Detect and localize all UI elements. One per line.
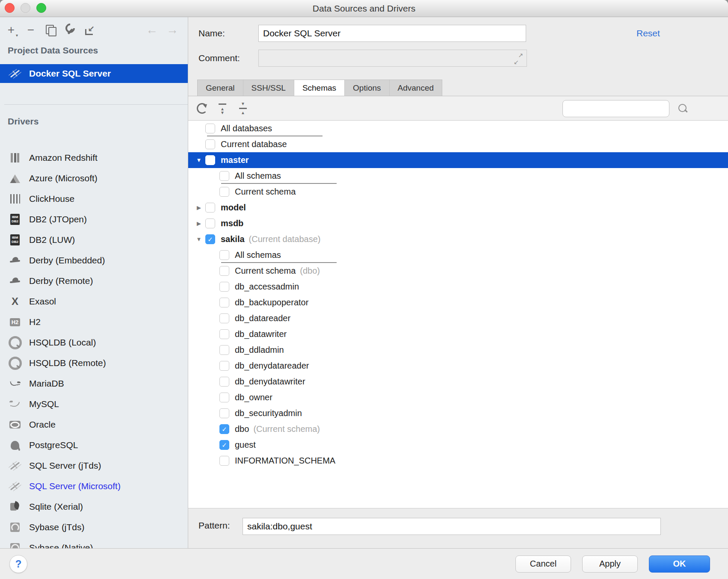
tree-row-msdb[interactable]: ▶msdb [188,216,728,231]
tab-ssh-ssl[interactable]: SSH/SSL [243,80,294,96]
checkbox-unchecked[interactable] [219,187,229,197]
tree-row-dbo[interactable]: dbo(Current schema) [188,421,728,437]
driver-item-hsqldb-local[interactable]: HSQLDB (Local) [0,332,188,353]
pattern-input[interactable] [243,518,661,535]
driver-item-sql-server-jtds[interactable]: SQL Server (jTds) [0,455,188,476]
collapse-node-icon[interactable]: ▼ [192,236,205,242]
close-button[interactable] [5,3,15,13]
checkbox-unchecked[interactable] [219,282,229,292]
tree-row-all-databases[interactable]: All databases [188,121,728,136]
tree-row-db-accessadmin[interactable]: db_accessadmin [188,279,728,295]
driver-item-sybase-jtds[interactable]: Sybase (jTds) [0,517,188,538]
driver-item-hsqldb-remote[interactable]: HSQLDB (Remote) [0,353,188,373]
driver-item-h2[interactable]: H2 [0,312,188,332]
help-button[interactable]: ? [9,555,27,573]
driver-item-amazon-redshift[interactable]: Amazon Redshift [0,148,188,168]
checkbox-unchecked[interactable] [219,313,229,323]
tree-row-information-schema[interactable]: INFORMATION_SCHEMA [188,453,728,469]
name-input[interactable] [258,25,526,42]
duplicate-button[interactable] [43,22,58,38]
tab-general[interactable]: General [198,80,243,96]
sidebar-item-docker-sql-server[interactable]: Docker SQL Server [0,64,188,83]
tab-advanced[interactable]: Advanced [390,80,442,96]
tab-schemas[interactable]: Schemas [294,80,345,96]
tree-row-current-schema[interactable]: Current schema(dbo) [188,263,728,279]
driver-item-derby-remote[interactable]: Derby (Remote) [0,271,188,291]
driver-item-mariadb[interactable]: MariaDB [0,373,188,394]
zoom-button[interactable] [36,3,46,13]
checkbox-checked[interactable] [219,424,229,434]
refresh-icon[interactable] [194,100,210,116]
ok-button[interactable]: OK [649,555,710,573]
tree-row-db-datawriter[interactable]: db_datawriter [188,326,728,342]
driver-label: Oracle [29,419,56,430]
import-button[interactable] [82,22,98,38]
forward-arrow-icon[interactable]: → [166,24,178,36]
driver-settings-button[interactable] [62,22,78,38]
driver-item-clickhouse[interactable]: ClickHouse [0,189,188,209]
expand-node-icon[interactable]: ▶ [192,220,205,227]
checkbox-checked[interactable] [219,440,229,450]
driver-item-derby-embedded[interactable]: Derby (Embedded) [0,250,188,271]
driver-item-db2-luw[interactable]: DB2 (LUW) [0,230,188,250]
tree-row-current-schema[interactable]: Current schema [188,184,728,200]
back-arrow-icon[interactable]: ← [146,24,158,36]
comment-input[interactable] [258,50,527,67]
driver-item-azure-microsoft[interactable]: Azure (Microsoft) [0,168,188,189]
checkbox-unchecked[interactable] [219,361,229,371]
tree-row-guest[interactable]: guest [188,437,728,453]
checkbox-unchecked[interactable] [205,219,215,228]
tree-row-all-schemas[interactable]: All schemas [188,247,728,263]
driver-item-db2-jtopen[interactable]: DB2 (JTOpen) [0,209,188,230]
tree-row-db-securityadmin[interactable]: db_securityadmin [188,405,728,421]
tree-row-model[interactable]: ▶model [188,200,728,216]
checkbox-unchecked[interactable] [219,456,229,466]
driver-label: Sybase (jTds) [29,522,85,532]
tab-options[interactable]: Options [345,80,389,96]
collapse-all-icon[interactable] [235,100,251,116]
tree-row-all-schemas[interactable]: All schemas [188,168,728,184]
checkbox-unchecked[interactable] [205,124,215,133]
tree-row-db-denydatareader[interactable]: db_denydatareader [188,358,728,374]
checkbox-unchecked[interactable] [219,345,229,355]
cancel-button[interactable]: Cancel [515,555,571,573]
tree-row-db-datareader[interactable]: db_datareader [188,310,728,326]
checkbox-unchecked[interactable] [219,377,229,387]
driver-item-sql-server-microsoft[interactable]: SQL Server (Microsoft) [0,476,188,496]
driver-item-sqlite-xerial[interactable]: Sqlite (Xerial) [0,496,188,517]
driver-item-mysql[interactable]: MySQL [0,394,188,414]
driver-item-sybase-native[interactable]: Sybase (Native) [0,538,188,548]
checkbox-unchecked[interactable] [219,408,229,418]
tree-row-db-denydatawriter[interactable]: db_denydatawriter [188,374,728,390]
expand-all-icon[interactable] [215,100,230,116]
tree-item-label: All schemas [235,171,281,181]
reset-link[interactable]: Reset [636,28,660,38]
checkbox-unchecked[interactable] [219,250,229,260]
checkbox-unchecked[interactable] [219,266,229,276]
expand-node-icon[interactable]: ▶ [192,204,205,211]
driver-item-exasol[interactable]: Exasol [0,291,188,312]
checkbox-unchecked[interactable] [219,393,229,402]
tree-row-db-ddladmin[interactable]: db_ddladmin [188,342,728,358]
tree-row-db-owner[interactable]: db_owner [188,390,728,405]
add-data-source-button[interactable] [3,22,19,38]
checkbox-unchecked[interactable] [219,171,229,181]
checkbox-unchecked[interactable] [205,139,215,149]
tree-row-current-database[interactable]: Current database [188,136,728,152]
checkbox-unchecked[interactable] [219,329,229,339]
search-input[interactable] [563,104,676,113]
driver-item-oracle[interactable]: Oracle [0,414,188,435]
checkbox-unchecked[interactable] [205,203,215,213]
checkbox-unchecked[interactable] [219,298,229,307]
tree-row-sakila[interactable]: ▼sakila(Current database) [188,231,728,247]
checkbox-unchecked[interactable] [205,155,215,165]
tree-row-db-backupoperator[interactable]: db_backupoperator [188,295,728,310]
remove-data-source-button[interactable] [23,22,38,38]
expand-editor-icon[interactable] [514,53,523,64]
tree-row-master[interactable]: ▼master [188,152,728,168]
checkbox-checked[interactable] [205,234,215,244]
collapse-node-icon[interactable]: ▼ [192,157,205,163]
apply-button[interactable]: Apply [582,555,638,573]
minimize-button[interactable] [21,3,30,13]
driver-item-postgresql[interactable]: PostgreSQL [0,435,188,455]
